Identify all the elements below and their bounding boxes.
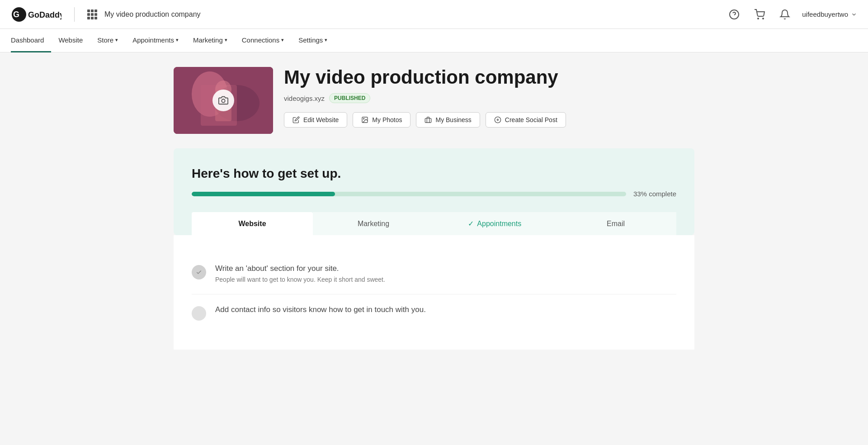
task-check-about: [192, 265, 206, 279]
nav-item-appointments[interactable]: Appointments ▾: [125, 29, 186, 52]
user-menu[interactable]: uifeedbuyertwo: [802, 10, 857, 18]
business-info: My video production company videogigs.xy…: [284, 67, 694, 128]
user-chevron-icon: [851, 11, 857, 18]
main-content: My video production company videogigs.xy…: [163, 52, 705, 364]
business-url-row: videogigs.xyz PUBLISHED: [284, 93, 694, 103]
task-item-contact: Add contact info so visitors know how to…: [192, 294, 676, 331]
task-content-contact: Add contact info so visitors know how to…: [215, 305, 676, 317]
business-header: My video production company videogigs.xy…: [174, 67, 694, 134]
create-social-post-label: Create Social Post: [505, 116, 557, 123]
nav-item-settings[interactable]: Settings ▾: [291, 29, 335, 52]
notification-icon[interactable]: [777, 6, 793, 23]
task-check-contact: [192, 306, 206, 321]
task-item-about: Write an 'about' section for your site. …: [192, 253, 676, 294]
business-image[interactable]: [174, 67, 273, 134]
company-name: My video production company: [104, 10, 201, 19]
tab-website[interactable]: Website: [192, 212, 313, 235]
logo-area: G GoDaddy My video production company: [11, 6, 201, 23]
settings-chevron-icon: ▾: [325, 37, 327, 43]
task-title-about: Write an 'about' section for your site.: [215, 264, 676, 273]
nav-menu: Dashboard Website Store ▾ Appointments ▾…: [0, 29, 868, 52]
setup-section: Here's how to get set up. 33% complete W…: [174, 148, 694, 235]
nav-item-dashboard[interactable]: Dashboard: [11, 29, 51, 52]
nav-label-marketing: Marketing: [193, 36, 223, 44]
store-chevron-icon: ▾: [115, 37, 118, 43]
action-buttons: Edit Website My Photos My Business: [284, 112, 694, 128]
content-panel: Write an 'about' section for your site. …: [174, 235, 694, 350]
marketing-chevron-icon: ▾: [225, 37, 227, 43]
tab-marketing-label: Marketing: [358, 220, 389, 227]
edit-website-label: Edit Website: [303, 116, 339, 123]
progress-bar: [192, 192, 626, 196]
nav-item-connections[interactable]: Connections ▾: [235, 29, 291, 52]
task-content-about: Write an 'about' section for your site. …: [215, 264, 676, 283]
tab-email[interactable]: Email: [555, 212, 676, 235]
check-icon: [196, 269, 202, 275]
create-social-post-button[interactable]: Create Social Post: [486, 112, 566, 128]
svg-rect-16: [425, 118, 431, 123]
edit-icon: [292, 116, 300, 123]
my-business-label: My Business: [435, 116, 471, 123]
nav-label-appointments: Appointments: [132, 36, 174, 44]
nav-item-website[interactable]: Website: [51, 29, 90, 52]
svg-text:GoDaddy: GoDaddy: [28, 10, 61, 19]
grid-menu-icon[interactable]: [87, 9, 97, 19]
my-photos-button[interactable]: My Photos: [353, 112, 410, 128]
logo-divider: [74, 7, 75, 22]
tab-marketing[interactable]: Marketing: [313, 212, 434, 235]
user-name: uifeedbuyertwo: [802, 10, 848, 18]
tab-email-label: Email: [607, 220, 625, 227]
task-description-about: People will want to get to know you. Kee…: [215, 276, 676, 283]
svg-text:G: G: [13, 10, 19, 19]
nav-label-settings: Settings: [298, 36, 323, 44]
svg-point-13: [222, 99, 225, 102]
tab-appointments[interactable]: ✓ Appointments: [434, 212, 555, 235]
svg-point-6: [763, 18, 764, 19]
nav-item-marketing[interactable]: Marketing ▾: [186, 29, 235, 52]
nav-item-store[interactable]: Store ▾: [90, 29, 125, 52]
tab-website-label: Website: [238, 220, 266, 227]
progress-bar-fill: [192, 192, 335, 196]
appointments-check-icon: ✓: [468, 220, 474, 227]
appointments-chevron-icon: ▾: [176, 37, 179, 43]
business-url: videogigs.xyz: [284, 95, 325, 102]
task-title-contact: Add contact info so visitors know how to…: [215, 305, 676, 314]
tab-appointments-label: Appointments: [477, 220, 521, 227]
svg-point-15: [363, 118, 364, 119]
svg-point-5: [758, 18, 759, 19]
camera-overlay-btn[interactable]: [212, 90, 234, 111]
nav-label-store: Store: [97, 36, 113, 44]
godaddy-logo[interactable]: G GoDaddy: [11, 6, 61, 23]
cart-icon[interactable]: [751, 6, 768, 23]
business-icon: [425, 116, 432, 123]
progress-label: 33% complete: [633, 190, 676, 198]
social-icon: [494, 116, 501, 123]
setup-tabs: Website Marketing ✓ Appointments Email: [192, 212, 676, 235]
top-bar-right: uifeedbuyertwo: [726, 6, 857, 23]
top-bar: G GoDaddy My video production company: [0, 0, 868, 29]
connections-chevron-icon: ▾: [281, 37, 284, 43]
nav-label-dashboard: Dashboard: [11, 36, 44, 44]
setup-title: Here's how to get set up.: [192, 166, 676, 181]
my-business-button[interactable]: My Business: [416, 112, 480, 128]
nav-label-connections: Connections: [242, 36, 279, 44]
business-title: My video production company: [284, 67, 694, 88]
published-badge: PUBLISHED: [329, 93, 370, 103]
nav-label-website: Website: [58, 36, 83, 44]
progress-row: 33% complete: [192, 190, 676, 198]
photos-icon: [361, 116, 368, 123]
my-photos-label: My Photos: [372, 116, 402, 123]
help-icon[interactable]: [726, 6, 742, 23]
edit-website-button[interactable]: Edit Website: [284, 112, 347, 128]
